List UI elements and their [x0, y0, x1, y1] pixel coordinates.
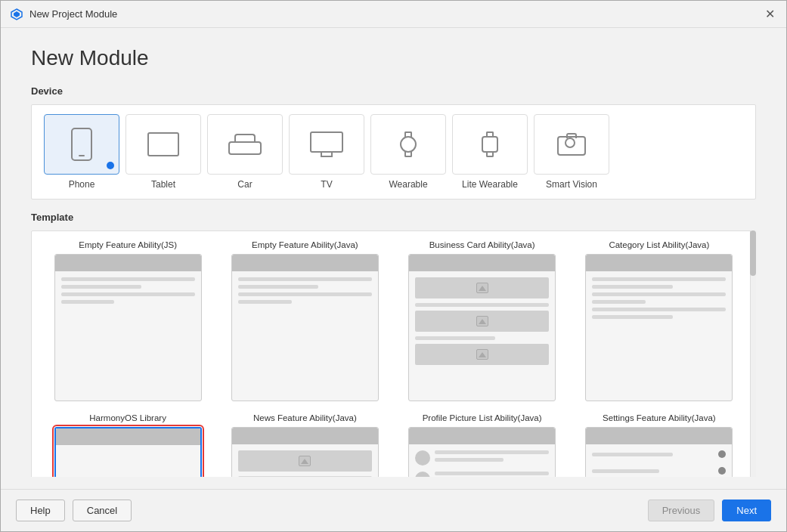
dialog-footer: Help Cancel Previous Next — [1, 489, 786, 531]
device-icon-box-smart-vision — [534, 114, 609, 175]
help-button[interactable]: Help — [16, 500, 65, 521]
template-thumb-empty-java — [231, 254, 379, 401]
wearable-icon — [400, 131, 417, 157]
dialog-title: New Project Module — [29, 8, 117, 20]
close-button[interactable]: ✕ — [762, 7, 777, 22]
device-icon-box-phone — [44, 114, 119, 175]
device-label-tv: TV — [321, 179, 332, 190]
smart-vision-icon — [557, 133, 586, 156]
footer-left-buttons: Help Cancel — [16, 500, 132, 521]
template-item-settings[interactable]: Settings Feature Ability(Java) — [575, 413, 743, 477]
template-thumb-empty-js — [54, 254, 202, 401]
lite-wearable-icon — [482, 131, 498, 157]
device-icon-box-tablet — [125, 114, 201, 175]
cancel-button[interactable]: Cancel — [73, 500, 132, 521]
template-section: Empty Feature Ability(JS) — [31, 230, 756, 477]
title-bar: New Project Module ✕ — [1, 1, 786, 28]
device-icon-box-tv — [289, 114, 364, 175]
device-item-smart-vision[interactable]: Smart Vision — [534, 114, 609, 190]
template-label-profile-list: Profile Picture List Ability(Java) — [423, 413, 542, 422]
title-bar-left: New Project Module — [10, 8, 117, 21]
template-section-label: Template — [31, 212, 756, 223]
device-label-car: Car — [237, 179, 252, 190]
device-item-phone[interactable]: Phone — [44, 114, 119, 190]
template-item-empty-java[interactable]: Empty Feature Ability(Java) — [221, 240, 389, 401]
template-label-category-list: Category List Ability(Java) — [609, 240, 709, 249]
template-item-category-list[interactable]: Category List Ability(Java) — [575, 240, 743, 401]
device-icon-box-car — [207, 114, 283, 175]
template-label-settings: Settings Feature Ability(Java) — [603, 413, 716, 422]
template-grid: Empty Feature Ability(JS) — [44, 240, 743, 477]
device-list: Phone Tablet — [44, 114, 743, 190]
template-item-harmony-lib[interactable]: HarmonyOS Library — [44, 413, 212, 477]
device-section: Phone Tablet — [31, 104, 756, 200]
device-label-phone: Phone — [69, 179, 95, 190]
dialog-window: New Project Module ✕ New Module Device P… — [0, 0, 787, 532]
scrollbar-track — [750, 230, 756, 477]
svg-marker-1 — [14, 11, 20, 17]
footer-right-buttons: Previous Next — [648, 500, 771, 521]
template-thumb-settings — [585, 427, 733, 477]
template-thumb-harmony-lib — [54, 427, 202, 477]
device-label-tablet: Tablet — [151, 179, 175, 190]
device-label-wearable: Wearable — [389, 179, 427, 190]
template-item-business-card[interactable]: Business Card Ability(Java) — [398, 240, 566, 401]
previous-button[interactable]: Previous — [648, 500, 715, 521]
template-label-harmony-lib: HarmonyOS Library — [89, 413, 166, 422]
device-item-tv[interactable]: TV — [289, 114, 364, 190]
selected-indicator — [107, 162, 114, 169]
template-label-empty-js: Empty Feature Ability(JS) — [79, 240, 177, 249]
device-item-lite-wearable[interactable]: Lite Wearable — [452, 114, 528, 190]
template-thumb-news-feature — [231, 427, 379, 477]
template-item-empty-js[interactable]: Empty Feature Ability(JS) — [44, 240, 212, 401]
template-scroll-wrapper: Empty Feature Ability(JS) — [31, 230, 756, 477]
template-thumb-profile-list — [408, 427, 556, 477]
device-section-label: Device — [31, 85, 756, 97]
template-thumb-business-card — [408, 254, 556, 401]
scrollbar-thumb[interactable] — [750, 230, 756, 276]
app-logo-icon — [10, 8, 23, 21]
device-icon-box-wearable — [370, 114, 446, 175]
template-label-empty-java: Empty Feature Ability(Java) — [252, 240, 358, 249]
template-scroll-area[interactable]: Empty Feature Ability(JS) — [31, 230, 756, 477]
phone-icon — [71, 128, 92, 161]
next-button[interactable]: Next — [722, 500, 771, 521]
device-label-lite-wearable: Lite Wearable — [462, 179, 518, 190]
template-item-news-feature[interactable]: News Feature Ability(Java) — [221, 413, 389, 477]
device-icon-box-lite-wearable — [452, 114, 528, 175]
template-thumb-category-list — [585, 254, 733, 401]
page-title: New Module — [31, 46, 756, 70]
car-icon — [228, 134, 262, 155]
device-item-tablet[interactable]: Tablet — [125, 114, 201, 190]
device-item-car[interactable]: Car — [207, 114, 283, 190]
dialog-body: New Module Device Phone Tabl — [1, 28, 786, 489]
tablet-icon — [147, 132, 179, 156]
device-label-smart-vision: Smart Vision — [546, 179, 597, 190]
template-label-news-feature: News Feature Ability(Java) — [253, 413, 357, 422]
tv-icon — [310, 131, 343, 157]
template-label-business-card: Business Card Ability(Java) — [429, 240, 535, 249]
device-item-wearable[interactable]: Wearable — [370, 114, 446, 190]
template-item-profile-list[interactable]: Profile Picture List Ability(Java) — [398, 413, 566, 477]
